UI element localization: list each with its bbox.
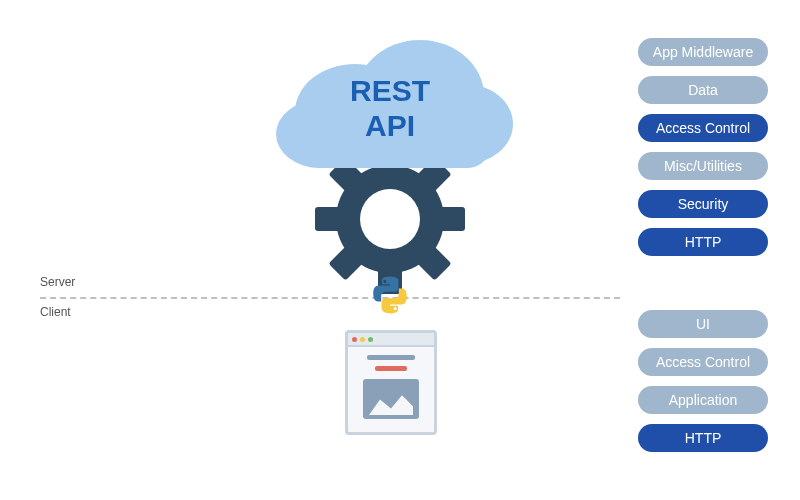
rest-api-cloud-block: REST API [260, 34, 520, 264]
client-app-icon [345, 330, 437, 440]
python-icon [370, 275, 410, 315]
pill-http-client: HTTP [638, 424, 768, 452]
client-layer-list: UI Access Control Application HTTP [638, 310, 768, 452]
pill-ui: UI [638, 310, 768, 338]
pill-security: Security [638, 190, 768, 218]
cloud-label-line2: API [365, 109, 415, 142]
pill-misc-utilities: Misc/Utilities [638, 152, 768, 180]
diagram-canvas: REST API Server Client App Middleware Da… [0, 0, 800, 500]
pill-http-server: HTTP [638, 228, 768, 256]
cloud-label-line1: REST [350, 74, 430, 107]
pill-access-control-server: Access Control [638, 114, 768, 142]
server-label: Server [40, 275, 75, 289]
pill-application: Application [638, 386, 768, 414]
server-client-divider [40, 297, 620, 299]
pill-access-control-client: Access Control [638, 348, 768, 376]
svg-point-9 [360, 189, 420, 249]
pill-data: Data [638, 76, 768, 104]
server-layer-list: App Middleware Data Access Control Misc/… [638, 38, 768, 256]
client-label: Client [40, 305, 71, 319]
pill-app-middleware: App Middleware [638, 38, 768, 66]
cloud-label: REST API [260, 74, 520, 143]
